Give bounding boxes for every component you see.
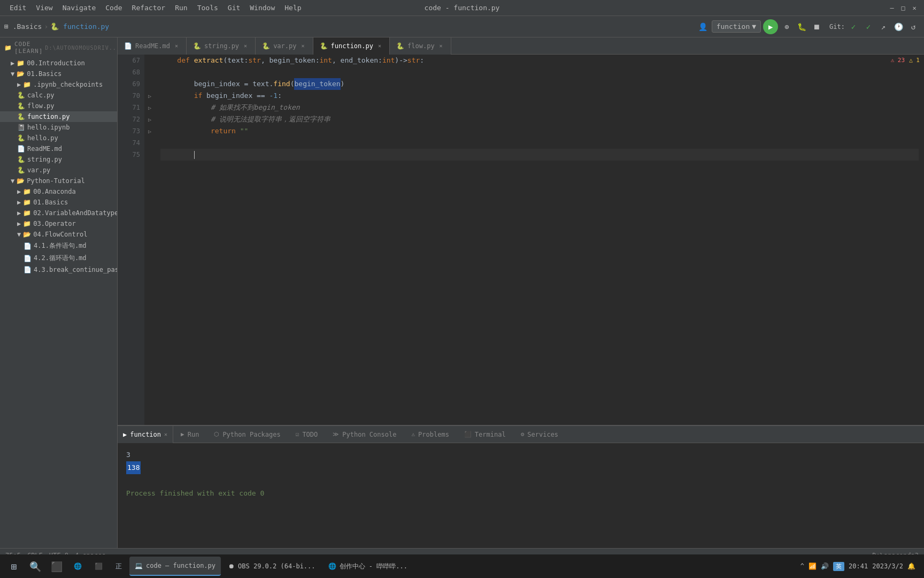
taskbar-browser[interactable]: 🌐 创作中心 - 哔哔哔... — [323, 557, 413, 576]
bottom-tab-todo[interactable]: ☑ TODO — [288, 426, 326, 443]
git-undo-icon[interactable]: ↺ — [907, 20, 920, 33]
breadcrumb-segment-2[interactable]: 🐍 function.py — [50, 22, 109, 31]
sidebar-item-42[interactable]: 📄 4.2.循环语句.md — [0, 252, 117, 264]
menu-edit[interactable]: Edit — [5, 2, 30, 13]
code-line-75[interactable] — [160, 149, 919, 161]
taskbar-start[interactable]: ⊞ — [4, 557, 24, 576]
folder-arrow-open3-icon: ▼ — [17, 231, 21, 238]
notification-icon[interactable]: 🔔 — [907, 562, 915, 570]
close-button[interactable]: ✕ — [910, 4, 919, 12]
console-line-1: 3 — [126, 448, 915, 461]
sidebar-item-00anaconda[interactable]: ▶ 📁 00.Anaconda — [0, 186, 117, 197]
sidebar-item-python-tutorial[interactable]: ▼ 📂 Python-Tutorial — [0, 176, 117, 186]
breadcrumb-separator: › — [44, 22, 48, 31]
sidebar-item-02variable[interactable]: ▶ 📁 02.VariableAndDatatypes — [0, 208, 117, 218]
git-check-icon[interactable]: ✓ — [847, 20, 860, 33]
profile-icon[interactable]: 👤 — [697, 20, 710, 33]
bottom-tab-problems[interactable]: ⚠ Problems — [404, 426, 456, 443]
sidebar-item-01basics[interactable]: ▼ 📂 01.Basics — [0, 69, 117, 79]
git-push-icon[interactable]: ↗ — [877, 20, 890, 33]
menu-git[interactable]: Git — [224, 2, 244, 13]
bottom-tab-python-packages[interactable]: ⬡ Python Packages — [206, 426, 288, 443]
taskbar-pycharm[interactable]: 💻 code – function.py — [129, 557, 221, 576]
sidebar-item-string[interactable]: 🐍 string.py — [0, 154, 117, 165]
minimize-button[interactable]: — — [888, 4, 896, 12]
tab-readme-close[interactable]: ✕ — [173, 42, 180, 49]
sidebar-item-41[interactable]: 📄 4.1.条件语句.md — [0, 240, 117, 252]
volume-icon[interactable]: 🔊 — [821, 562, 829, 570]
sidebar-item-03operator[interactable]: ▶ 📁 03.Operator — [0, 218, 117, 229]
run-panel-close[interactable]: ✕ — [164, 431, 167, 437]
git-clock-icon[interactable]: 🕐 — [892, 20, 905, 33]
run-button[interactable]: ▶ — [763, 19, 778, 34]
taskbar-vscode[interactable]: ⬛ — [89, 557, 108, 576]
sidebar-python-tutorial-label: Python-Tutorial — [27, 177, 84, 185]
fold-arrow-73[interactable]: ▷ — [144, 125, 155, 137]
taskbar-search[interactable]: 🔍 — [26, 557, 45, 576]
tab-string-close[interactable]: ✕ — [242, 42, 249, 49]
bottom-tab-terminal[interactable]: ⬛ Terminal — [457, 426, 513, 443]
line-num-68: 68 — [122, 66, 140, 78]
coverage-button[interactable]: ⊕ — [780, 20, 793, 33]
breadcrumb-segment-1[interactable]: ⊞ .Basics — [4, 22, 42, 31]
sidebar-item-ipynb-checkpoints[interactable]: ▶ 📁 .ipynb_checkpoints — [0, 79, 117, 90]
bottom-tab-packages-label: Python Packages — [222, 431, 280, 438]
menu-navigate[interactable]: Navigate — [58, 2, 101, 13]
git-check2-icon[interactable]: ✓ — [862, 20, 875, 33]
lang-badge[interactable]: 英 — [833, 562, 844, 571]
menu-code[interactable]: Code — [101, 2, 126, 13]
sidebar-item-calc[interactable]: 🐍 calc.py — [0, 90, 117, 101]
code-lines[interactable]: def extract(text:str, begin_token:int, e… — [155, 55, 924, 425]
systray: ^ 📶 🔊 英 20:41 2023/3/2 🔔 — [796, 562, 920, 571]
fold-arrow-71[interactable]: ▷ — [144, 102, 155, 113]
menu-refactor[interactable]: Refactor — [128, 2, 170, 13]
menu-view[interactable]: View — [32, 2, 57, 13]
stop-button[interactable]: ⏹ — [810, 20, 823, 33]
tab-flow-close[interactable]: ✕ — [438, 42, 444, 49]
output-138: 138 — [126, 461, 141, 474]
menu-help[interactable]: Help — [280, 2, 305, 13]
systray-arrow[interactable]: ^ — [800, 562, 804, 570]
bottom-tab-services[interactable]: ⚙ Services — [513, 426, 566, 443]
bottom-tab-run[interactable]: ▶ Run — [173, 426, 206, 443]
sidebar-item-flow[interactable]: 🐍 flow.py — [0, 101, 117, 111]
tab-var[interactable]: 🐍 var.py ✕ — [256, 37, 313, 55]
menu-tools[interactable]: Tools — [193, 2, 222, 13]
taskbar-chrome[interactable]: 🌐 — [68, 557, 87, 576]
sidebar-item-function[interactable]: 🐍 function.py — [0, 111, 117, 122]
fold-arrow-72[interactable]: ▷ — [144, 113, 155, 125]
sidebar-item-43[interactable]: 📄 4.3.break_continue_pass.r — [0, 264, 117, 275]
tab-function-close[interactable]: ✕ — [376, 42, 383, 49]
tab-string[interactable]: 🐍 string.py ✕ — [187, 37, 256, 55]
sidebar-item-hello-py[interactable]: 🐍 hello.py — [0, 133, 117, 143]
menu-window[interactable]: Window — [245, 2, 279, 13]
taskbar-obs[interactable]: ⏺ OBS 29.0.2 (64-bi... — [223, 557, 321, 576]
sidebar-item-hello-ipynb[interactable]: 📓 hello.ipynb — [0, 122, 117, 133]
sidebar-item-01basics-tut[interactable]: ▶ 📁 01.Basics — [0, 197, 117, 208]
function-selector[interactable]: function ▼ — [712, 20, 761, 33]
bottom-tab-python-console[interactable]: ≫ Python Console — [325, 426, 404, 443]
taskbar-task-view[interactable]: ⬛ — [47, 557, 66, 576]
maximize-button[interactable]: □ — [899, 4, 907, 12]
sidebar-item-var[interactable]: 🐍 var.py — [0, 165, 117, 176]
tab-string-label: string.py — [204, 42, 239, 50]
tab-readme[interactable]: 📄 ReadME.md ✕ — [118, 37, 187, 55]
bottom-tab-problems-label: Problems — [418, 431, 449, 438]
folder-open3-icon: 📂 — [23, 231, 31, 238]
tab-var-close[interactable]: ✕ — [299, 42, 306, 49]
process-output: Process finished with exit code 0 — [126, 489, 264, 497]
breadcrumb: ⊞ .Basics › 🐍 function.py — [4, 22, 109, 31]
fold-arrow-70[interactable]: ▷ — [144, 90, 155, 102]
code-editor[interactable]: ⚠ 23 △ 1 67 68 69 70 71 72 73 74 75 — [118, 55, 924, 425]
taskbar-pos[interactable]: 正 — [110, 557, 127, 576]
sidebar-item-04flowcontrol[interactable]: ▼ 📂 04.FlowControl — [0, 229, 117, 240]
tab-function[interactable]: 🐍 function.py ✕ — [313, 37, 390, 55]
error-count: ⚠ 23 — [891, 57, 905, 64]
run-panel-tab[interactable]: ▶ function ✕ — [118, 426, 173, 443]
debug-button[interactable]: 🐛 — [795, 20, 808, 33]
sidebar-item-00introduction[interactable]: ▶ 📁 00.Introduction — [0, 58, 117, 69]
network-icon[interactable]: 📶 — [808, 562, 817, 570]
tab-flow[interactable]: 🐍 flow.py ✕ — [390, 37, 451, 55]
menu-run[interactable]: Run — [171, 2, 191, 13]
sidebar-item-readme[interactable]: 📄 ReadME.md — [0, 143, 117, 154]
